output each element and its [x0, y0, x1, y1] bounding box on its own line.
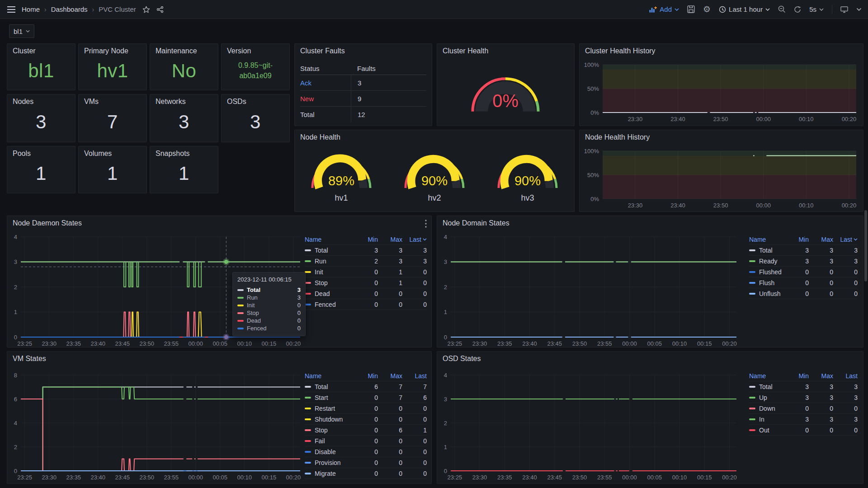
legend-value-max: 3 [378, 258, 402, 265]
legend-value-max: 0 [809, 405, 833, 412]
time-range-picker[interactable]: Last 1 hour [719, 5, 770, 13]
legend-header-max[interactable]: Max [378, 236, 402, 243]
legend-header-max[interactable]: Max [809, 236, 833, 243]
breadcrumb-home[interactable]: Home [22, 5, 40, 13]
legend-value-last: 0 [833, 279, 858, 286]
legend-series-total[interactable]: Total [305, 247, 354, 254]
favorite-star-icon[interactable] [142, 6, 150, 13]
panel-title: VM States [13, 355, 46, 363]
panel-cluster-faults: Cluster Faults Status Faults Ack 3 New 9… [294, 43, 432, 126]
legend-series-dead[interactable]: Dead [305, 290, 354, 297]
x-axis-tick-label: 00:15 [262, 474, 277, 481]
legend-header-last[interactable]: Last [402, 372, 427, 380]
legend-header-last[interactable]: Last [402, 236, 427, 243]
stat-value: 3 [150, 106, 218, 142]
save-dashboard-icon[interactable] [687, 5, 695, 13]
legend-value-last: 0 [402, 448, 427, 455]
breadcrumb-dashboards[interactable]: Dashboards [51, 5, 88, 13]
series-color-swatch [305, 282, 311, 284]
x-axis-tick-label: 00:15 [262, 340, 277, 347]
x-axis-tick-label: 00:05 [213, 474, 228, 481]
panel-menu-icon[interactable] [425, 220, 427, 230]
x-axis-tick-label: 23:40 [670, 202, 685, 209]
tv-mode-icon[interactable] [840, 6, 848, 13]
legend-header-name[interactable]: Name [749, 372, 784, 380]
legend-series-stop[interactable]: Stop [305, 427, 354, 434]
faults-col-status[interactable]: Status [300, 65, 351, 72]
y-axis-tick-label: 2 [444, 284, 447, 291]
legend-series-disable[interactable]: Disable [305, 448, 354, 455]
legend-series-flushed[interactable]: Flushed [749, 268, 784, 276]
share-icon[interactable] [156, 6, 164, 13]
gauge: 89% [303, 145, 380, 192]
stat-value: 1 [79, 158, 146, 193]
add-panel-button[interactable]: Add [649, 5, 679, 13]
tooltip-row: Run3 [237, 294, 301, 301]
legend-header-name[interactable]: Name [305, 236, 354, 243]
faults-status-ack[interactable]: Ack [300, 79, 351, 87]
legend-header-name[interactable]: Name [749, 236, 784, 243]
legend-header-min[interactable]: Min [784, 372, 809, 380]
refresh-dashboard-icon[interactable] [794, 6, 801, 13]
legend-series-total[interactable]: Total [305, 383, 354, 390]
legend-series-in[interactable]: In [749, 416, 784, 423]
legend-series-migrate[interactable]: Migrate [305, 470, 354, 477]
legend-header-min[interactable]: Min [354, 236, 378, 243]
faults-col-faults[interactable]: Faults [351, 62, 426, 75]
legend-series-out[interactable]: Out [749, 427, 784, 434]
legend-header-last[interactable]: Last [833, 236, 858, 243]
legend-value-min: 0 [354, 427, 378, 434]
toolbar-overflow-chevron-icon[interactable] [856, 8, 862, 11]
legend-header-max[interactable]: Max [378, 372, 402, 380]
legend-series-total[interactable]: Total [749, 247, 784, 254]
panel-title: Pools [7, 146, 75, 158]
legend-row: Stop061 [305, 425, 427, 436]
legend-series-provision[interactable]: Provision [305, 459, 354, 466]
legend-series-up[interactable]: Up [749, 394, 784, 401]
legend-header-min[interactable]: Min [354, 372, 378, 380]
panel-title: Cluster Health History [585, 47, 656, 55]
series-color-swatch [237, 312, 244, 314]
legend-series-restart[interactable]: Restart [305, 405, 354, 412]
faults-status-new[interactable]: New [300, 95, 351, 103]
menu-toggle-icon[interactable] [7, 6, 15, 13]
x-axis-tick-label: 23:35 [66, 474, 81, 481]
legend-series-ready[interactable]: Ready [749, 258, 784, 265]
series-color-swatch [749, 418, 755, 420]
legend-header-min[interactable]: Min [784, 236, 809, 243]
legend-value-min: 0 [354, 405, 378, 412]
legend-series-total[interactable]: Total [749, 383, 784, 390]
legend-series-down[interactable]: Down [749, 405, 784, 412]
legend-series-shutdown[interactable]: Shutdown [305, 416, 354, 423]
refresh-interval-dropdown[interactable]: 5s [809, 5, 824, 13]
x-axis-tick-label: 23:50 [713, 202, 728, 209]
page-scrollbar[interactable] [864, 210, 867, 282]
dashboard-settings-gear-icon[interactable]: ⚙ [703, 5, 711, 14]
y-axis-tick-label: 3 [14, 258, 17, 265]
legend-series-flush[interactable]: Flush [749, 279, 784, 286]
legend-value-last: 0 [833, 290, 858, 297]
legend-series-fenced[interactable]: Fenced [305, 301, 354, 308]
legend-series-run[interactable]: Run [305, 258, 354, 265]
legend-row: Shutdown000 [305, 414, 427, 425]
legend-header-name[interactable]: Name [305, 372, 354, 380]
zoom-out-time-icon[interactable] [778, 5, 786, 13]
legend-row: Total333 [305, 245, 427, 256]
time-series-plot[interactable]: 23:3023:4023:5000:0000:1000:200%50%100% [580, 44, 864, 127]
panel-title: Primary Node [79, 44, 146, 55]
legend-series-fail[interactable]: Fail [305, 437, 354, 445]
variable-dropdown-cluster[interactable]: bl1 [9, 24, 34, 38]
legend-series-init[interactable]: Init [305, 268, 354, 276]
legend-series-stop[interactable]: Stop [305, 279, 354, 286]
faults-value: 12 [351, 107, 426, 122]
legend-row: Stop010 [305, 277, 427, 288]
panel-title: VMs [79, 94, 146, 106]
time-series-plot[interactable]: 23:3023:4023:5000:0000:1000:200%50%100% [580, 130, 864, 212]
legend-series-unflush[interactable]: Unflush [749, 290, 784, 297]
legend-value-max: 0 [378, 405, 402, 412]
legend-series-start[interactable]: Start [305, 394, 354, 401]
legend-value-last: 0 [402, 279, 427, 286]
y-axis-tick-label: 2 [14, 284, 17, 291]
legend-header-max[interactable]: Max [809, 372, 833, 380]
legend-header-last[interactable]: Last [833, 372, 858, 380]
